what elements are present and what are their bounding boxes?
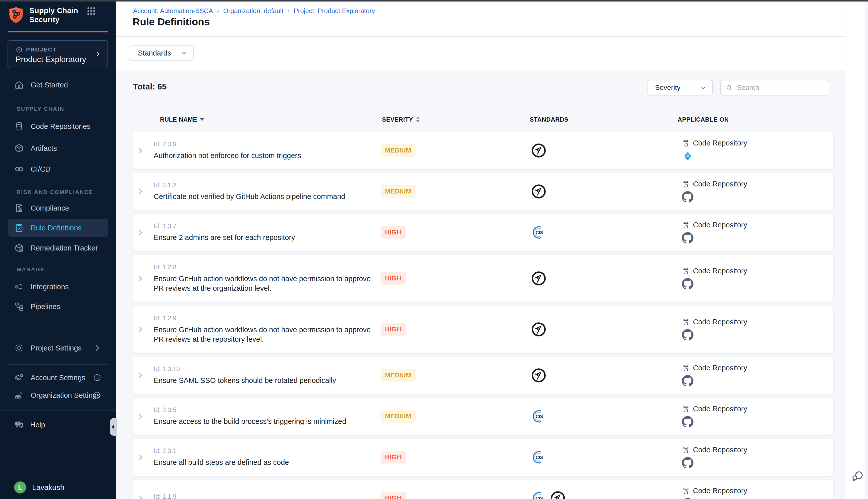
scrollbar-gutter[interactable]	[866, 0, 868, 499]
expand-row-chevron-icon[interactable]	[135, 132, 146, 169]
code-repository-icon	[682, 446, 690, 454]
repo-bucket-icon	[14, 121, 24, 131]
expand-row-chevron-icon[interactable]	[135, 439, 146, 476]
rule-row[interactable]: Id: 1.2.8Ensure GitHub action workflows …	[133, 255, 833, 302]
sidebar-item-compliance[interactable]: Compliance	[8, 199, 108, 217]
sidebar-item-organization-settings[interactable]: Organization Settings	[8, 387, 108, 404]
severity-badge: MEDIUM	[381, 185, 416, 198]
rule-id: Id: 1.3.10	[154, 365, 380, 373]
owasp-icon	[550, 490, 566, 499]
sidebar-divider	[8, 364, 108, 365]
table-header: RULE NAME SEVERITY STANDARDS APPLICABLE …	[133, 113, 833, 126]
rule-name: Ensure GitHub action workflows do not ha…	[154, 325, 375, 344]
help-button[interactable]: ? Help	[8, 416, 108, 434]
help-chat-icon: ?	[14, 420, 24, 430]
module-switcher-grid-icon[interactable]	[86, 6, 96, 16]
sidebar-item-artifacts[interactable]: Artifacts	[8, 139, 108, 157]
sidebar: Supply Chain Security PROJECT Product	[0, 0, 116, 499]
applicable-on-label: Code Repository	[693, 446, 747, 454]
expand-row-chevron-icon[interactable]	[135, 173, 146, 210]
svg-text:CIS: CIS	[536, 230, 543, 235]
rule-row[interactable]: Id: 1.1.9HIGHCISCode Repository	[133, 480, 833, 499]
applicable-on-label: Code Repository	[693, 487, 747, 495]
breadcrumb-link[interactable]: Account: Automation-SSCA	[133, 7, 213, 15]
standards-dropdown-label: Standards	[138, 49, 171, 57]
rule-name: Authorization not enforced for custom tr…	[154, 151, 375, 160]
rule-name: Ensure SAML SSO tokens should be rotated…	[154, 376, 375, 385]
expand-row-chevron-icon[interactable]	[135, 255, 146, 302]
sidebar-item-label: Remediation Tracker	[30, 244, 98, 252]
code-repository-icon	[682, 180, 690, 188]
rule-id: Id: 2.3.9	[154, 141, 380, 148]
owasp-icon	[531, 321, 546, 337]
search-input[interactable]	[736, 83, 824, 92]
info-icon	[93, 391, 101, 400]
standards-icons	[531, 306, 546, 353]
project-selector[interactable]: PROJECT Product Exploratory	[8, 40, 108, 68]
rule-row[interactable]: Id: 2.1.2Certificate not verified by Git…	[133, 173, 833, 210]
severity-filter-dropdown[interactable]: Severity	[647, 80, 713, 96]
column-header-severity[interactable]: SEVERITY	[382, 113, 420, 126]
pipelines-icon	[14, 302, 24, 312]
sidebar-item-label: Project Settings	[30, 344, 82, 352]
rule-id: Id: 1.1.9	[154, 493, 380, 499]
column-header-standards: STANDARDS	[530, 113, 568, 126]
standards-icons	[531, 357, 546, 394]
column-header-applicable-on: APPLICABLE ON	[678, 113, 729, 126]
code-repository-icon	[682, 405, 690, 413]
sidebar-item-label: Code Repositories	[30, 122, 91, 131]
nav-section-label: MANAGE	[16, 266, 45, 273]
column-header-rule-name[interactable]: RULE NAME	[160, 113, 204, 126]
layers-gear-icon	[14, 373, 24, 383]
applicable-on-label: Code Repository	[693, 180, 747, 188]
owasp-icon	[531, 184, 546, 199]
severity-dropdown-label: Severity	[655, 84, 680, 92]
user-menu[interactable]: L Lavakush	[14, 482, 64, 494]
doc-search-icon	[14, 203, 24, 213]
box-tag-icon	[14, 243, 24, 253]
applicable-on-label: Code Repository	[693, 364, 747, 372]
sidebar-item-account-settings[interactable]: Account Settings	[8, 369, 108, 387]
sidebar-item-label: Artifacts	[30, 144, 57, 153]
gear-icon	[14, 343, 24, 353]
sidebar-item-integrations[interactable]: Integrations	[8, 278, 108, 295]
integrations-icon	[14, 282, 24, 292]
sidebar-item-code-repositories[interactable]: Code Repositories	[8, 118, 108, 135]
sidebar-item-ci-cd[interactable]: CI/CD	[8, 160, 108, 178]
breadcrumb-link[interactable]: Project: Product Exploratory	[294, 7, 375, 15]
sidebar-item-project-settings[interactable]: Project Settings	[8, 339, 108, 357]
rule-row[interactable]: Id: 1.2.9Ensure GitHub action workflows …	[133, 306, 833, 353]
org-gear-icon	[14, 390, 24, 400]
rule-row[interactable]: Id: 1.3.7Ensure 2 admins are set for eac…	[133, 214, 833, 251]
applicable-on-label: Code Repository	[693, 405, 747, 413]
expand-row-chevron-icon[interactable]	[135, 214, 146, 251]
rule-row[interactable]: Id: 1.3.10Ensure SAML SSO tokens should …	[133, 357, 833, 394]
sidebar-collapse-handle[interactable]	[110, 418, 117, 436]
rule-row[interactable]: Id: 2.3.9Authorization not enforced for …	[133, 132, 833, 169]
rule-id: Id: 1.3.7	[154, 222, 380, 230]
github-icon	[682, 232, 693, 244]
sidebar-item-pipelines[interactable]: Pipelines	[8, 298, 108, 315]
chevron-down-icon	[180, 49, 187, 57]
support-chat-icon[interactable]	[851, 469, 864, 483]
expand-row-chevron-icon[interactable]	[135, 398, 146, 435]
rule-row[interactable]: Id: 2.3.1Ensure all build steps are defi…	[133, 439, 833, 476]
search-box	[720, 80, 829, 96]
breadcrumb: Account: Automation-SSCA›Organization: d…	[133, 7, 375, 15]
expand-row-chevron-icon[interactable]	[135, 306, 146, 353]
expand-row-chevron-icon[interactable]	[135, 480, 146, 499]
sort-both-icon	[416, 117, 420, 123]
standards-dropdown[interactable]: Standards	[129, 46, 194, 61]
svg-text:CIS: CIS	[536, 496, 543, 499]
help-label: Help	[30, 421, 45, 429]
rule-row[interactable]: Id: 2.3.5Ensure access to the build proc…	[133, 398, 833, 435]
sidebar-item-get-started[interactable]: Get Started	[8, 76, 108, 94]
code-repository-icon	[682, 267, 690, 275]
rule-name: Ensure all build steps are defined as co…	[154, 458, 375, 467]
expand-row-chevron-icon[interactable]	[135, 357, 146, 394]
sidebar-item-rule-definitions[interactable]: Rule Definitions	[8, 219, 108, 237]
svg-text:</>: </>	[686, 155, 690, 158]
sidebar-item-remediation-tracker[interactable]: Remediation Tracker	[8, 239, 108, 257]
breadcrumb-link[interactable]: Organization: default	[223, 7, 284, 15]
total-count: Total: 65	[133, 82, 166, 92]
